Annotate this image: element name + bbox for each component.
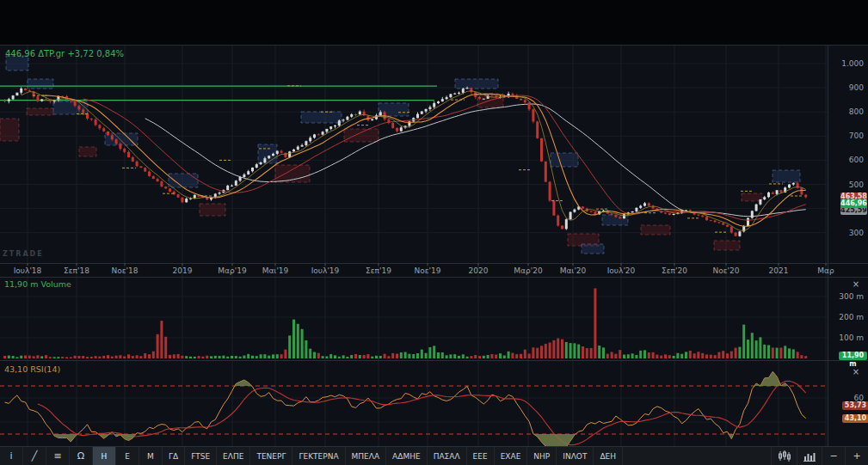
zoom-out-button[interactable]: −	[822, 447, 845, 465]
watchlist-item-ΕΧΑΕ[interactable]: ΕΧΑΕ	[495, 447, 528, 465]
watchlist-item-ΕΛΠΕ[interactable]: ΕΛΠΕ	[217, 447, 250, 465]
ticker-legend: 446,96 ΔTP.gr +3,72 0,84%	[5, 49, 124, 58]
svg-text:2020: 2020	[469, 266, 489, 275]
svg-text:900: 900	[849, 83, 864, 92]
rsi-indicator-label: 43,10 RSI(14)	[4, 364, 60, 374]
volume-indicator-label: 11,90 m Volume	[4, 279, 71, 289]
svg-text:500: 500	[849, 180, 864, 189]
svg-text:300 m: 300 m	[839, 292, 864, 301]
top-strip	[0, 0, 868, 45]
watchlist-item-ΠΑΣΑΛ[interactable]: ΠΑΣΑΛ	[428, 447, 467, 465]
draw-line-icon[interactable]: ╱	[23, 447, 46, 465]
svg-text:Μαι'19: Μαι'19	[262, 266, 289, 275]
toolbar-watchlist-group: ΓΔFTSEΕΛΠΕΤΕΝΕΡΓΓΕΚΤΕΡΝΑΜΠΕΛΑΑΔΜΗΕΠΑΣΑΛΕ…	[163, 447, 623, 465]
svg-text:Νοε'19: Νοε'19	[414, 266, 440, 275]
watchlist-item-ΑΔΜΗΕ[interactable]: ΑΔΜΗΕ	[386, 447, 428, 465]
svg-text:Νοε'20: Νοε'20	[712, 266, 739, 275]
svg-text:200 m: 200 m	[839, 313, 864, 321]
timeframe-button-Η[interactable]: Η	[93, 447, 116, 465]
watchlist-item-ΓΔ[interactable]: ΓΔ	[163, 447, 185, 465]
watchlist-item-ΝΗΡ[interactable]: ΝΗΡ	[527, 447, 557, 465]
svg-text:Ιουλ'19: Ιουλ'19	[311, 266, 340, 275]
chart-svg: 1.000900800700600500400300300 m200 m100 …	[0, 0, 868, 465]
svg-text:800: 800	[849, 107, 864, 116]
svg-text:Ιουλ'20: Ιουλ'20	[607, 266, 636, 275]
watchlist-item-ΙΝΛΟΤ[interactable]: ΙΝΛΟΤ	[557, 447, 594, 465]
indicators-list-icon[interactable]: ≡	[46, 447, 70, 465]
svg-text:600: 600	[849, 156, 864, 164]
last-price-tag: 446,96	[840, 199, 867, 208]
watchlist-item-ΓΕΚΤΕΡΝΑ[interactable]: ΓΕΚΤΕΡΝΑ	[292, 447, 345, 465]
zoom-in-button[interactable]: +	[845, 447, 868, 465]
svg-text:Μαι'20: Μαι'20	[560, 266, 587, 275]
volume-pane-close-button[interactable]: ×	[850, 279, 862, 290]
svg-text:2019: 2019	[173, 266, 193, 275]
volume-histogram-icon[interactable]	[797, 447, 822, 465]
watchlist-item-ΕΕΕ[interactable]: ΕΕΕ	[467, 447, 495, 465]
rsi-value-tag: 43,10	[842, 414, 868, 423]
svg-text:Σεπ'18: Σεπ'18	[64, 266, 89, 275]
svg-text:Μαρ: Μαρ	[817, 266, 834, 275]
candlestick-chart-icon[interactable]	[771, 447, 797, 465]
svg-text:Σεπ'20: Σεπ'20	[662, 266, 687, 275]
bottom-toolbar: i╱≡ΩΗΕΜ ΓΔFTSEΕΛΠΕΤΕΝΕΡΓΓΕΚΤΕΡΝΑΜΠΕΛΑΑΔΜ…	[0, 446, 868, 465]
svg-text:1.000: 1.000	[841, 59, 864, 68]
toolbar-right-group: − +	[771, 447, 868, 465]
svg-text:Σεπ'19: Σεπ'19	[366, 266, 391, 275]
svg-text:Νοε'18: Νοε'18	[111, 266, 138, 275]
trading-app: 1.000900800700600500400300300 m200 m100 …	[0, 0, 868, 465]
watchlist-item-FTSE[interactable]: FTSE	[185, 447, 217, 465]
chart-canvas[interactable]: 1.000900800700600500400300300 m200 m100 …	[0, 0, 868, 446]
svg-text:700: 700	[849, 132, 864, 140]
info-icon[interactable]: i	[0, 447, 23, 465]
svg-text:Μαρ'19: Μαρ'19	[218, 266, 247, 275]
svg-text:100 m: 100 m	[839, 333, 864, 342]
toolbar-spacer	[623, 447, 771, 465]
svg-text:300: 300	[849, 229, 864, 237]
watchlist-item-ΤΕΝΕΡΓ[interactable]: ΤΕΝΕΡΓ	[250, 447, 292, 465]
watchlist-item-ΜΠΕΛΑ[interactable]: ΜΠΕΛΑ	[346, 447, 387, 465]
timeframe-button-Μ[interactable]: Μ	[139, 447, 163, 465]
svg-text:Μαρ'20: Μαρ'20	[514, 266, 543, 275]
volume-value-tag: 11,90 m	[839, 352, 867, 360]
watchlist-item-ΔΕΗ[interactable]: ΔΕΗ	[594, 447, 623, 465]
toolbar-left-group: i╱≡ΩΗΕΜ	[0, 447, 163, 465]
svg-text:Ιουλ'18: Ιουλ'18	[14, 266, 42, 275]
timeframe-button-Ε[interactable]: Ε	[116, 447, 139, 465]
ztrade-watermark: ZTRADE	[3, 250, 44, 258]
rsi-signal-tag: 53,73	[842, 401, 868, 410]
svg-text:2021: 2021	[769, 266, 789, 275]
omega-tools-icon[interactable]: Ω	[70, 447, 93, 465]
